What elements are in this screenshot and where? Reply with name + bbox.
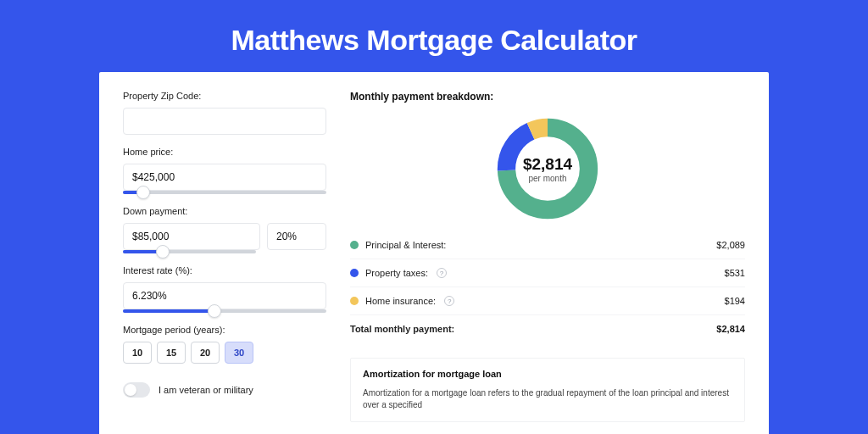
legend-row: Principal & Interest:$2,089 — [350, 231, 745, 259]
interest-rate-slider-thumb[interactable] — [208, 304, 221, 318]
home-price-slider[interactable] — [123, 191, 326, 194]
info-icon[interactable]: ? — [444, 296, 454, 306]
interest-rate-slider-fill — [123, 309, 214, 313]
breakdown-heading: Monthly payment breakdown: — [350, 91, 745, 103]
amortization-text: Amortization for a mortgage loan refers … — [363, 387, 732, 411]
interest-rate-label: Interest rate (%): — [123, 265, 326, 275]
veteran-toggle-knob — [125, 384, 136, 396]
legend-value: $2,089 — [716, 240, 745, 250]
period-btn-20[interactable]: 20 — [191, 342, 220, 364]
info-icon[interactable]: ? — [437, 268, 447, 278]
home-price-label: Home price: — [123, 147, 326, 157]
legend-label: Home insurance: — [365, 296, 436, 306]
period-btn-10[interactable]: 10 — [123, 342, 152, 364]
legend-dot — [350, 269, 359, 277]
period-btn-15[interactable]: 15 — [157, 342, 186, 364]
donut-center-amount: $2,814 — [523, 155, 572, 174]
mortgage-period-buttons: 10152030 — [123, 342, 326, 364]
legend-value: $194 — [725, 296, 745, 306]
calculator-card: Property Zip Code: Home price: Down paym… — [99, 72, 769, 434]
legend-label: Principal & Interest: — [365, 240, 446, 250]
amortization-card: Amortization for mortgage loan Amortizat… — [350, 358, 745, 422]
legend-label: Property taxes: — [365, 268, 428, 278]
legend-row: Property taxes:?$531 — [350, 259, 745, 287]
zip-label: Property Zip Code: — [123, 91, 326, 101]
breakdown-column: Monthly payment breakdown: $2,814 per mo… — [350, 91, 745, 422]
down-payment-label: Down payment: — [123, 206, 326, 216]
page-title: Matthews Mortgage Calculator — [0, 0, 868, 72]
amortization-heading: Amortization for mortgage loan — [363, 369, 732, 379]
legend-dot — [350, 241, 359, 249]
donut-center-sub: per month — [528, 174, 566, 183]
down-payment-slider-thumb[interactable] — [156, 245, 170, 259]
period-btn-30[interactable]: 30 — [225, 342, 253, 364]
down-payment-slider[interactable] — [123, 250, 256, 253]
total-value: $2,814 — [716, 324, 745, 334]
zip-input[interactable] — [123, 108, 326, 135]
legend-row: Home insurance:?$194 — [350, 287, 745, 315]
veteran-toggle-label: I am veteran or military — [159, 385, 253, 395]
mortgage-period-label: Mortgage period (years): — [123, 325, 326, 335]
veteran-toggle[interactable] — [123, 382, 150, 398]
inputs-column: Property Zip Code: Home price: Down paym… — [123, 91, 326, 422]
down-payment-amount-input[interactable] — [123, 223, 260, 250]
home-price-slider-thumb[interactable] — [136, 186, 150, 199]
total-label: Total monthly payment: — [350, 324, 454, 334]
breakdown-donut-chart: $2,814 per month — [493, 114, 602, 223]
interest-rate-input[interactable] — [123, 282, 326, 309]
down-payment-pct-input[interactable] — [267, 223, 326, 250]
interest-rate-slider[interactable] — [123, 309, 326, 313]
home-price-input[interactable] — [123, 164, 326, 191]
legend-value: $531 — [725, 268, 745, 278]
legend-dot — [350, 297, 359, 305]
